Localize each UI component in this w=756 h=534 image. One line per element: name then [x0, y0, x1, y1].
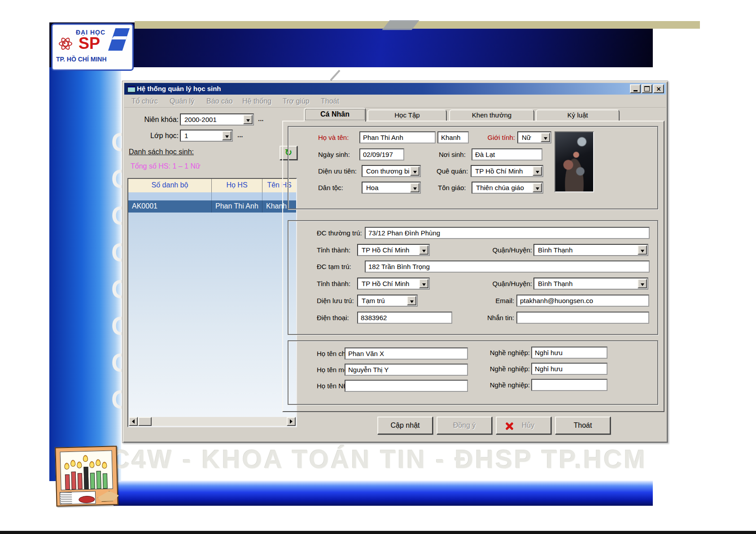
cancel-label: Hủy: [522, 421, 534, 429]
class-more-button[interactable]: ...: [237, 129, 243, 141]
title-bar[interactable]: Hệ thống quản lý học sinh ×: [124, 83, 666, 95]
menu-tro-giup[interactable]: Trợ giúp: [283, 97, 310, 106]
exit-button[interactable]: Thoát: [555, 417, 611, 434]
candles-card: [60, 451, 113, 491]
candles-clipart: [55, 446, 118, 507]
logo-line2: SP: [79, 35, 100, 52]
chevron-down-icon[interactable]: [243, 115, 253, 124]
watermark-bottom: C4W - KHOA TOÁN TIN - ĐHSP TP.HCM: [111, 445, 647, 473]
update-button[interactable]: Cập nhật: [377, 417, 433, 434]
menu-bao-cao[interactable]: Báo cáo: [206, 97, 233, 106]
sidebar-blue-band: [49, 67, 121, 481]
maximize-button[interactable]: [642, 84, 652, 93]
scrollbar-thumb[interactable]: [138, 417, 152, 426]
cell-ho: Phan Thi Anh: [212, 200, 262, 213]
diagonal-mark: [330, 70, 340, 81]
tan-strip-slash: [382, 20, 419, 30]
close-button[interactable]: ×: [653, 84, 664, 93]
menu-thoat[interactable]: Thoát: [321, 97, 339, 106]
menu-he-thong[interactable]: Hệ thống: [242, 97, 271, 106]
tab-khen-thuong[interactable]: Khen thưởng: [449, 109, 534, 121]
window-icon: [127, 86, 135, 92]
class-combobox[interactable]: 1: [180, 130, 233, 142]
total-students-text: Tổng số HS: 1 – 1 Nữ: [131, 162, 201, 171]
logo-line3: TP. HỒ CHÍ MINH: [56, 56, 107, 62]
chevron-down-icon[interactable]: [222, 131, 232, 140]
list-header: Số danh bộ Họ HS Tên HS: [128, 179, 296, 193]
tab-hoc-tap[interactable]: Học Tập: [367, 109, 447, 121]
list-row-selected[interactable]: AK0001 Phan Thi Anh Khanh: [128, 200, 296, 213]
candles-ribbon: [97, 491, 119, 502]
scroll-right-button[interactable]: [287, 417, 296, 426]
class-label: Lớp học:: [131, 130, 179, 142]
university-logo: ĐẠI HỌC SP TP. HỒ CHÍ MINH: [51, 23, 134, 71]
window-title: Hệ thống quản lý học sinh: [137, 85, 221, 93]
minimize-button[interactable]: [630, 84, 641, 93]
tab-ky-luat[interactable]: Kỷ luật: [536, 109, 620, 121]
cancel-x-icon: [505, 422, 513, 430]
bottom-black-strip: [0, 531, 756, 534]
school-year-combobox[interactable]: 2000-2001: [180, 113, 254, 126]
scroll-left-button[interactable]: [129, 417, 138, 426]
slide: ĐẠI HỌC SP TP. HỒ CHÍ MINH C4W - KHOA TO…: [0, 0, 756, 534]
menu-quan-ly[interactable]: Quản lý: [170, 97, 194, 106]
menu-to-chuc[interactable]: Tổ chức: [131, 97, 158, 106]
cell-id: AK0001: [128, 200, 212, 213]
app-window: Hệ thống quản lý học sinh × Tổ chức Quản…: [122, 81, 668, 443]
atom-icon: [58, 36, 71, 50]
school-year-label: Niên khóa:: [131, 113, 179, 126]
class-value: 1: [184, 130, 221, 141]
menu-bar: Tổ chức Quản lý Báo cáo Hệ thống Trợ giú…: [124, 96, 666, 108]
list-row-empty[interactable]: [128, 192, 296, 200]
logo-flag-shape: [108, 28, 130, 51]
school-year-value: 2000-2001: [184, 114, 242, 125]
student-list-heading: Danh sách học sinh:: [129, 148, 194, 156]
tab-ca-nhan[interactable]: Cá Nhân: [304, 108, 366, 122]
bottom-blue-bar: [114, 481, 653, 506]
horizontal-scrollbar[interactable]: [129, 417, 296, 426]
header-band: [49, 22, 653, 67]
column-header-id[interactable]: Số danh bộ: [128, 179, 212, 192]
top-tan-strip: [135, 21, 700, 29]
column-header-ho[interactable]: Họ HS: [212, 179, 262, 192]
tab-page-border: [282, 121, 664, 412]
school-year-more-button[interactable]: ...: [258, 113, 264, 125]
student-list: Số danh bộ Họ HS Tên HS AK0001 Phan Thi …: [127, 178, 297, 427]
cancel-button[interactable]: Hủy: [496, 417, 551, 434]
agree-button[interactable]: Đồng ý: [437, 417, 492, 434]
